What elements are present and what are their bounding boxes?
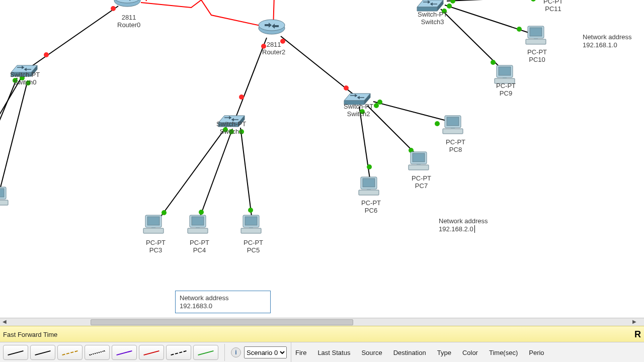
router2-icon (259, 20, 285, 34)
svg-line-12 (0, 78, 17, 156)
svg-point-42 (374, 103, 379, 108)
simulation-headers: Fire Last Status Source Destination Type… (291, 342, 544, 362)
col-destination: Destination (393, 349, 426, 356)
svg-line-17 (200, 129, 232, 216)
pc9-icon (495, 65, 515, 83)
pc8-icon (443, 116, 463, 134)
svg-line-20 (367, 106, 418, 156)
svg-point-46 (435, 121, 440, 126)
conn-straight-button[interactable] (30, 345, 55, 360)
svg-point-44 (367, 164, 372, 169)
topology-overlay (0, 0, 644, 318)
pc6-icon (359, 177, 379, 195)
svg-point-48 (447, 4, 452, 9)
conn-auto-button[interactable] (3, 345, 28, 360)
svg-point-29 (239, 95, 244, 100)
svg-point-25 (111, 6, 116, 11)
pc7-icon (409, 152, 429, 170)
col-type: Type (437, 349, 451, 356)
svg-point-30 (344, 85, 349, 90)
scroll-thumb[interactable] (91, 319, 353, 325)
conn-phone-button[interactable] (166, 345, 191, 360)
col-fire: Fire (295, 349, 306, 356)
svg-point-52 (531, 0, 536, 2)
conn-serial-dce-button[interactable] (139, 345, 164, 360)
note-net1[interactable]: Network address 192.168.1.0 (583, 33, 632, 49)
pc8-label[interactable]: PC-PT PC8 (446, 139, 465, 154)
col-periodic: Perio (529, 349, 544, 356)
conn-cross-button[interactable] (57, 345, 83, 360)
pc10-icon (526, 26, 546, 44)
svg-line-24 (447, 0, 543, 1)
switch3-label[interactable]: Switch-PT Switch3 (418, 11, 447, 26)
pc6-label[interactable]: PC-PT PC6 (361, 200, 381, 215)
conn-console-button[interactable] (85, 345, 110, 360)
pc-offscreen-icon (0, 187, 8, 205)
router0-label[interactable]: 2811 Router0 (117, 14, 140, 29)
svg-line-16 (161, 127, 226, 216)
svg-line-15 (281, 36, 356, 97)
scenario-select[interactable]: Scenario 0 (244, 346, 287, 358)
realtime-indicator[interactable]: R (634, 329, 641, 340)
svg-point-26 (44, 52, 49, 57)
info-icon[interactable]: i (231, 347, 241, 357)
svg-point-43 (377, 100, 382, 105)
switch2-label[interactable]: Switch-PT Switch2 (344, 103, 373, 118)
pc3-icon (143, 215, 164, 233)
pc5-icon (241, 215, 261, 233)
col-color: Color (462, 349, 478, 356)
pc10-label[interactable]: PC-PT PC10 (527, 49, 547, 64)
router2-label[interactable]: 2811 Router2 (262, 41, 285, 56)
svg-line-18 (240, 128, 252, 216)
svg-line-10 (29, 6, 118, 68)
svg-point-49 (450, 0, 455, 4)
pc4-icon (188, 215, 208, 233)
connection-tools (0, 345, 221, 360)
router0-icon (114, 0, 140, 7)
pc3-label[interactable]: PC-PT PC3 (146, 239, 166, 254)
pc7-label[interactable]: PC-PT PC7 (412, 175, 431, 190)
svg-line-23 (445, 5, 533, 34)
note-box-editing[interactable]: Network address 192.1683.0 (175, 291, 271, 313)
svg-point-38 (162, 210, 167, 215)
svg-point-45 (409, 148, 414, 153)
conn-fiber-button[interactable] (112, 345, 137, 360)
conn-coax-button[interactable] (193, 345, 218, 360)
status-bar: Fast Forward Time R (0, 326, 644, 343)
svg-point-34 (0, 193, 2, 198)
svg-line-21 (373, 102, 450, 122)
col-time: Time(sec) (489, 349, 518, 356)
divider (224, 344, 225, 361)
scroll-right-arrow[interactable]: ▶ (631, 319, 638, 324)
pc11-label[interactable]: PC-PT PC11 (543, 0, 563, 13)
workspace-canvas[interactable]: 2811 Router0 2811 Router2 Switch-PT Swit… (0, 0, 644, 318)
svg-line-13 (0, 80, 28, 197)
note-net2[interactable]: Network address 192.168.2.0 (439, 217, 488, 233)
col-last-status: Last Status (317, 349, 350, 356)
svg-point-50 (491, 60, 496, 65)
pc9-label[interactable]: PC-PT PC9 (496, 82, 516, 98)
fast-forward-label[interactable]: Fast Forward Time (3, 331, 57, 338)
svg-line-22 (441, 9, 503, 70)
switch0-label[interactable]: Switch-PT Switch0 (10, 71, 40, 86)
pc4-label[interactable]: PC-PT PC4 (190, 239, 209, 254)
pc5-label[interactable]: PC-PT PC5 (244, 239, 263, 254)
bottom-bar: i Scenario 0 Fire Last Status Source Des… (0, 342, 644, 362)
horizontal-scrollbar[interactable]: ◀ ▶ (0, 318, 644, 326)
svg-point-40 (248, 208, 253, 213)
switch1-label[interactable]: Switch-PT Switch1 (216, 121, 246, 136)
col-source: Source (361, 349, 382, 356)
scroll-left-arrow[interactable]: ◀ (1, 319, 8, 324)
svg-point-51 (517, 27, 522, 32)
switch3-icon (417, 0, 443, 11)
svg-point-39 (199, 210, 204, 215)
